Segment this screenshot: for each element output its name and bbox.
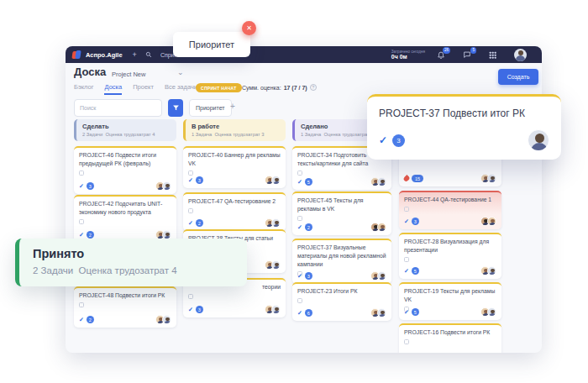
check-icon: ✓ bbox=[404, 218, 409, 225]
task-title: PROJECT-28 Визуализация для презентации bbox=[404, 238, 496, 254]
task-card[interactable]: PROJECT-28 Визуализация для презентации … bbox=[399, 233, 501, 279]
task-detail-popover[interactable]: PROJECT-37 Подвести итог РК ✓ 3 bbox=[367, 94, 561, 160]
task-card[interactable]: PROJECT-46 Подвести итоги предыдущей РК … bbox=[74, 146, 176, 194]
time-value: 0ч 0м bbox=[391, 54, 425, 60]
sprint-status-badge: СПРИНТ НАЧАТ bbox=[196, 83, 242, 92]
avatar bbox=[487, 266, 496, 275]
chat-badge: 5 bbox=[470, 47, 476, 54]
search-icon[interactable] bbox=[145, 51, 152, 58]
create-button[interactable]: Создать bbox=[498, 69, 538, 85]
help-icon[interactable]: ? bbox=[310, 84, 317, 91]
column-meta: 1 Задача Оценка трудозатрат 3 bbox=[192, 132, 280, 137]
brand-logo-icon bbox=[72, 50, 81, 60]
add-icon[interactable]: + bbox=[133, 51, 137, 59]
add-filter-button[interactable]: + bbox=[230, 102, 235, 111]
tab-backlog[interactable]: Бэклог bbox=[74, 83, 93, 95]
description-icon bbox=[297, 171, 302, 176]
task-card[interactable]: PROJECT-23 Итоги РК ✓6 bbox=[292, 282, 391, 321]
task-title: PROJECT-47 QA-тестирование 2 bbox=[188, 197, 281, 206]
description-icon bbox=[404, 257, 409, 262]
avatar bbox=[271, 305, 281, 314]
search-input[interactable] bbox=[74, 99, 162, 117]
task-card[interactable]: PROJECT-45 Тексты для рекламы в VK ✓2 bbox=[292, 192, 391, 235]
estimate-pill: 15 bbox=[412, 175, 423, 182]
check-icon: ✓ bbox=[297, 224, 302, 231]
task-card[interactable]: PROJECT-47 QA-тестирование 2 ✓2 bbox=[183, 192, 286, 231]
task-card[interactable]: PROJECT-40 Баннер для рекламы VK ✓3 bbox=[183, 146, 286, 188]
avatar bbox=[271, 218, 281, 228]
funnel-icon bbox=[172, 104, 180, 112]
description-icon bbox=[297, 298, 302, 303]
check-icon: ✓ bbox=[79, 183, 84, 190]
tab-board[interactable]: Доска bbox=[104, 83, 122, 95]
filter-button[interactable] bbox=[168, 99, 183, 117]
estimate-badge: 6 bbox=[305, 309, 312, 317]
priority-filter-chip[interactable]: Приоритет bbox=[189, 99, 232, 117]
check-icon: ✓ bbox=[188, 177, 193, 184]
avatar bbox=[487, 217, 496, 226]
avatar bbox=[162, 181, 171, 191]
avatar bbox=[271, 176, 281, 185]
estimate-badge: 3 bbox=[87, 182, 94, 190]
avatar bbox=[377, 177, 386, 186]
avatar bbox=[377, 308, 386, 317]
close-icon[interactable]: ✕ bbox=[242, 21, 256, 35]
column-name: Сделать bbox=[82, 123, 171, 130]
page-title: Доска bbox=[74, 66, 106, 78]
check-icon: ✓ bbox=[79, 232, 84, 239]
check-icon: ✓ bbox=[404, 309, 409, 316]
task-title: PROJECT-40 Баннер для рекламы VK bbox=[188, 151, 281, 168]
estimate-badge: 3 bbox=[412, 218, 419, 225]
summary-label: Сумм. оценка: bbox=[242, 85, 281, 91]
notifications-bell-icon[interactable]: 26 bbox=[437, 50, 445, 59]
avatar bbox=[487, 307, 496, 317]
check-icon: ✓ bbox=[297, 179, 302, 186]
task-title: PROJECT-37 Визуальные материалы для ново… bbox=[297, 244, 386, 269]
accepted-meta: 2 Задачи Оценка трудозатрат 4 bbox=[33, 265, 247, 275]
estimate-badge: 2 bbox=[87, 316, 94, 323]
fire-icon bbox=[402, 175, 410, 182]
task-card-highlighted[interactable]: PROJECT-44 QA-тестирование 1 ✓3 bbox=[399, 191, 501, 229]
task-title: PROJECT-42 Подсчитать UNIT-экономику нов… bbox=[79, 200, 171, 217]
task-title: PROJECT-48 Подвести итоги РК bbox=[79, 291, 171, 300]
estimate-badge: 5 bbox=[412, 308, 419, 316]
tab-all-tasks[interactable]: Все задачи bbox=[165, 83, 197, 95]
tooltip-label: Приоритет bbox=[189, 39, 234, 50]
check-icon: ✓ bbox=[297, 273, 302, 280]
chevron-down-icon[interactable]: ⌄ bbox=[177, 68, 184, 76]
description-icon bbox=[404, 339, 409, 344]
estimate-badge: 2 bbox=[87, 231, 94, 239]
description-icon bbox=[188, 208, 193, 213]
task-card[interactable]: PROJECT-16 Подвести итоги РК bbox=[399, 323, 501, 353]
task-card[interactable]: PROJECT-42 Подсчитать UNIT-экономику нов… bbox=[74, 195, 176, 243]
avatar bbox=[162, 315, 171, 324]
estimate-badge: 3 bbox=[392, 134, 405, 147]
estimate-badge: 2 bbox=[196, 219, 203, 227]
project-selector[interactable]: Project New bbox=[112, 71, 145, 78]
avatar bbox=[377, 223, 386, 232]
task-card[interactable]: PROJECT-37 Визуальные материалы для ново… bbox=[292, 239, 391, 284]
description-icon bbox=[297, 216, 302, 221]
estimate-badge: 3 bbox=[305, 272, 312, 280]
check-icon: ✓ bbox=[79, 317, 84, 323]
column-name: В работе bbox=[192, 123, 280, 130]
task-card[interactable]: PROJECT-48 Подвести итоги РК ✓2 bbox=[74, 286, 176, 328]
apps-grid-icon[interactable] bbox=[489, 51, 496, 59]
user-avatar[interactable] bbox=[514, 49, 527, 61]
tab-project[interactable]: Проект bbox=[133, 83, 154, 95]
description-icon bbox=[79, 302, 84, 307]
brand-name: Аспро.Agile bbox=[86, 51, 123, 59]
task-title: PROJECT-19 Тексты для рекламы VK bbox=[404, 287, 496, 304]
task-title: PROJECT-23 Итоги РК bbox=[297, 287, 386, 296]
avatar bbox=[271, 260, 281, 270]
task-card[interactable]: PROJECT-19 Тексты для рекламы VK ✓5 bbox=[399, 282, 501, 320]
accepted-column-popover[interactable]: Принято 2 Задачи Оценка трудозатрат 4 bbox=[15, 239, 247, 286]
column-header[interactable]: В работе 1 Задача Оценка трудозатрат 3 bbox=[183, 119, 286, 141]
accepted-title: Принято bbox=[33, 247, 247, 260]
column-header[interactable]: Сделать 2 Задачи Оценка трудозатрат 4 bbox=[74, 119, 176, 141]
task-title: PROJECT-44 QA-тестирование 1 bbox=[404, 196, 496, 204]
avatar bbox=[377, 271, 386, 281]
chat-icon[interactable]: 5 bbox=[463, 50, 471, 59]
bell-badge: 26 bbox=[443, 47, 450, 54]
time-tracker: Затрачено сегодня 0ч 0м bbox=[391, 50, 425, 60]
